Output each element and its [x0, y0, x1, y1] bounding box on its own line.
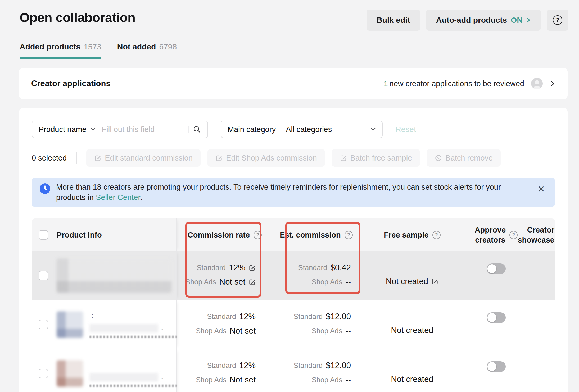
chevron-right-icon[interactable] — [550, 80, 555, 88]
blurred-product-id — [89, 336, 177, 338]
shop-ads-rate-value: Not set — [219, 277, 245, 287]
tab-label: Added products — [20, 42, 80, 51]
shop-ads-label: Shop Ads — [312, 327, 342, 335]
help-button[interactable]: ? — [547, 10, 568, 31]
avatar — [531, 78, 543, 89]
tab-count: 6798 — [159, 42, 177, 51]
standard-est-value: $12.00 — [326, 312, 351, 321]
search-field-selector[interactable]: Product name — [39, 125, 87, 134]
commission-rate-cell: Standard 12% Shop Ads Not set — [177, 251, 273, 300]
stock-alert-banner: More than 18 creators are promoting your… — [32, 178, 555, 207]
header-product-info: Product info — [32, 218, 177, 251]
blurred-product-image — [57, 311, 83, 338]
edit-standard-commission-button[interactable]: Edit standard commission — [86, 149, 201, 167]
standard-label: Standard — [294, 362, 323, 370]
clock-icon — [40, 183, 50, 194]
blurred-product-image — [57, 258, 171, 293]
edit-icon[interactable] — [431, 278, 438, 285]
help-icon: ? — [553, 15, 562, 25]
product-info-cell: .. — [32, 349, 177, 392]
table-row[interactable]: .. Standard 12% Shop Ads Not set Standar… — [32, 349, 555, 392]
batch-remove-button[interactable]: Batch remove — [427, 149, 501, 167]
product-search-field[interactable]: Product name Fill out this field — [32, 121, 208, 138]
approve-creators-cell — [464, 300, 528, 349]
table-header-row: Product info Commission rate ? Est. comm… — [32, 218, 555, 251]
header-creator-showcase: Creator showcase — [528, 218, 554, 251]
est-commission-cell: Standard $0.42 Shop Ads -- — [273, 251, 360, 300]
tab-bar: Added products 1573 Not added 6798 — [20, 42, 177, 59]
edit-icon[interactable] — [248, 279, 256, 286]
main-category-select[interactable]: Main category All categories — [221, 121, 383, 138]
creator-showcase-cell — [528, 251, 554, 300]
help-icon[interactable]: ? — [345, 231, 353, 239]
close-icon[interactable]: ✕ — [536, 182, 546, 196]
header-label: Est. commission — [280, 231, 341, 239]
batch-free-sample-button[interactable]: Batch free sample — [332, 149, 420, 167]
edit-shop-ads-commission-button[interactable]: Edit Shop Ads commission — [207, 149, 325, 167]
shop-ads-label: Shop Ads — [186, 278, 216, 286]
search-icon[interactable] — [193, 125, 201, 134]
shop-ads-rate-value: Not set — [230, 375, 256, 385]
header-label: creators — [475, 235, 505, 245]
row-checkbox[interactable] — [39, 271, 48, 280]
creator-applications-title: Creator applications — [31, 79, 111, 88]
table-row[interactable]: : .. Standard 12% Shop Ads Not set Stand… — [32, 300, 555, 349]
auto-add-label: Auto-add products — [436, 16, 507, 25]
divider — [76, 152, 77, 164]
standard-label: Standard — [197, 264, 226, 272]
free-sample-cell: Not created — [360, 300, 464, 349]
free-sample-cell: Not created — [360, 349, 464, 392]
chevron-right-icon — [526, 17, 531, 23]
bulk-edit-button[interactable]: Bulk edit — [367, 10, 420, 31]
est-commission-cell: Standard $12.00 Shop Ads -- — [273, 300, 360, 349]
tab-added-products[interactable]: Added products 1573 — [20, 42, 101, 59]
header-label: Free sample — [384, 231, 428, 239]
commission-rate-cell: Standard 12% Shop Ads Not set — [177, 300, 273, 349]
creator-applications-text: new creator applications to be reviewed — [390, 79, 524, 88]
commission-rate-cell: Standard 12% Shop Ads Not set — [177, 349, 273, 392]
blurred-product-id — [89, 385, 177, 387]
creator-showcase-cell — [528, 349, 554, 392]
search-input[interactable]: Fill out this field — [102, 125, 185, 134]
products-panel: Product name Fill out this field Main ca… — [19, 108, 568, 392]
category-label: Main category — [228, 125, 276, 134]
row-checkbox[interactable] — [39, 320, 48, 329]
header-label: showcase — [518, 235, 554, 245]
blurred-product-text: .. — [89, 360, 174, 387]
selected-count: 0 selected — [32, 154, 67, 162]
products-table: Product info Commission rate ? Est. comm… — [32, 218, 555, 392]
approve-creators-toggle[interactable] — [487, 263, 506, 274]
shop-ads-label: Shop Ads — [196, 327, 227, 335]
edit-icon — [94, 154, 101, 162]
creator-applications-card[interactable]: Creator applications 1new creator applic… — [19, 68, 568, 99]
shop-ads-label: Shop Ads — [312, 278, 342, 286]
shop-ads-label: Shop Ads — [312, 376, 342, 384]
approve-creators-toggle[interactable] — [487, 361, 506, 372]
tab-not-added[interactable]: Not added 6798 — [117, 42, 177, 59]
creator-showcase-cell — [528, 300, 554, 349]
edit-icon[interactable] — [248, 264, 256, 271]
auto-add-products-button[interactable]: Auto-add products ON — [426, 10, 541, 31]
reset-button[interactable]: Reset — [395, 125, 416, 134]
seller-center-link[interactable]: Seller Center — [96, 193, 141, 202]
tab-label: Not added — [117, 42, 156, 51]
table-row[interactable]: Standard 12% Shop Ads Not set Standard $… — [32, 251, 555, 300]
button-label: Batch free sample — [350, 154, 412, 162]
edit-icon — [215, 154, 223, 162]
approve-creators-toggle[interactable] — [487, 312, 506, 323]
chevron-down-icon — [370, 127, 376, 131]
shop-ads-est-value: -- — [345, 326, 351, 336]
help-icon[interactable]: ? — [509, 231, 518, 239]
standard-label: Standard — [207, 313, 236, 321]
row-checkbox[interactable] — [39, 369, 48, 378]
help-icon[interactable]: ? — [254, 231, 262, 239]
standard-rate-value: 12% — [229, 263, 245, 272]
select-all-checkbox[interactable] — [39, 230, 48, 240]
batch-action-bar: 0 selected Edit standard commission Edit… — [32, 149, 555, 167]
help-icon[interactable]: ? — [432, 231, 441, 239]
standard-rate-value: 12% — [239, 361, 256, 370]
banner-text-after: . — [141, 193, 143, 202]
prohibit-icon — [435, 154, 442, 162]
standard-label: Standard — [207, 362, 236, 370]
creator-applications-summary: 1new creator applications to be reviewed — [383, 78, 555, 89]
